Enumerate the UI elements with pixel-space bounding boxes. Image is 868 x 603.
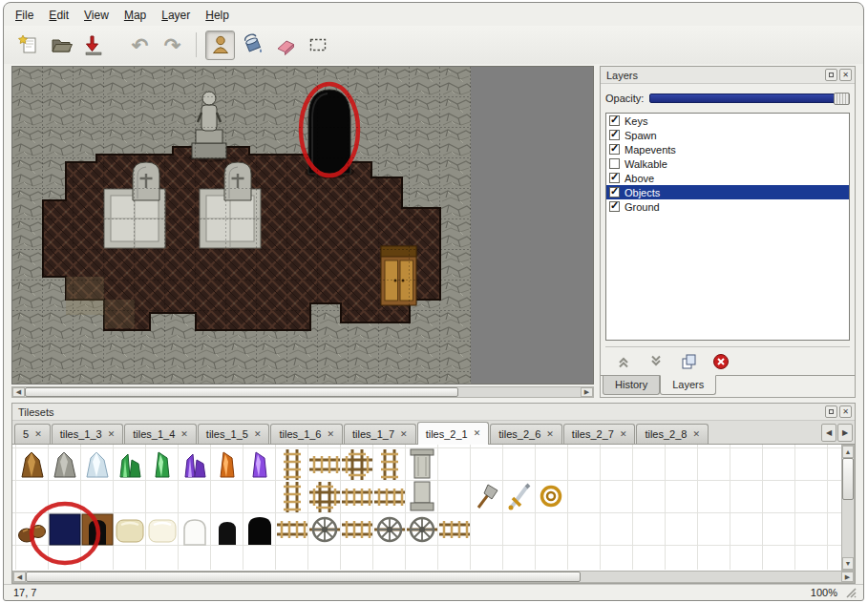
layers-panel: Layers ✕ Opacity: Keys [600, 66, 856, 398]
map-horizontal-scrollbar[interactable]: ◀ ▶ [11, 386, 594, 398]
delete-circle-icon [712, 353, 730, 370]
move-layer-up-button[interactable] [613, 351, 634, 372]
map-canvas[interactable] [12, 67, 593, 384]
scroll-right-icon[interactable]: ▶ [841, 572, 854, 582]
map-hscroll-thumb[interactable] [25, 387, 458, 397]
close-tab-icon[interactable]: ✕ [328, 430, 335, 439]
open-folder-icon [49, 32, 74, 57]
select-tool-button[interactable] [303, 31, 332, 60]
float-panel-icon[interactable] [825, 405, 837, 418]
delete-layer-button[interactable] [710, 351, 731, 372]
tile-column-base[interactable] [411, 482, 434, 510]
save-button[interactable] [78, 31, 108, 60]
layer-label: Keys [625, 115, 647, 127]
stamp-tool-button[interactable] [205, 31, 235, 60]
open-button[interactable] [46, 31, 75, 60]
layer-row-keys[interactable]: Keys [606, 114, 849, 128]
tab-history[interactable]: History [603, 376, 660, 395]
tileset-vscroll-thumb[interactable] [842, 458, 854, 500]
opacity-slider[interactable] [649, 94, 850, 103]
tileset-tab-5[interactable]: tiles_1_7✕ [344, 424, 416, 444]
tile-cream-block[interactable] [116, 520, 143, 542]
tileset-tab-4[interactable]: tiles_1_6✕ [270, 424, 343, 444]
tileset-svg[interactable] [12, 445, 841, 570]
menu-layer[interactable]: Layer [154, 6, 198, 25]
tileset-horizontal-scrollbar[interactable]: ◀ ▶ [12, 571, 855, 583]
close-panel-icon[interactable]: ✕ [839, 69, 852, 81]
scroll-right-icon[interactable]: ▶ [581, 387, 593, 397]
menu-file[interactable]: File [8, 6, 41, 25]
cursor-coordinates: 17, 7 [13, 587, 36, 598]
tile-stone-column[interactable] [411, 449, 434, 478]
opacity-slider-handle[interactable] [834, 93, 850, 105]
tileset-hscroll-thumb[interactable] [26, 572, 581, 582]
close-tab-icon[interactable]: ✕ [180, 430, 188, 439]
scroll-left-icon[interactable]: ◀ [13, 572, 26, 582]
duplicate-layer-button[interactable] [678, 351, 699, 372]
eraser-tool-button[interactable] [270, 31, 300, 60]
move-layer-down-button[interactable] [646, 351, 667, 372]
tile-cave-arch-small[interactable] [219, 522, 236, 545]
tileset-tab-0[interactable]: 5✕ [14, 424, 51, 444]
layer-checkbox[interactable] [609, 158, 620, 169]
tileset-canvas[interactable] [12, 445, 841, 571]
close-tab-icon[interactable]: ✕ [546, 430, 554, 439]
close-tab-icon[interactable]: ✕ [108, 430, 116, 439]
tile-dark-blue-selected[interactable] [50, 514, 80, 545]
tile-cave-arch-large[interactable] [248, 517, 271, 545]
menu-edit[interactable]: Edit [41, 6, 76, 25]
menu-view[interactable]: View [76, 6, 116, 25]
tile-white-arch[interactable] [184, 520, 205, 545]
layer-checkbox[interactable] [609, 130, 620, 140]
menu-help[interactable]: Help [198, 6, 237, 25]
layer-row-spawn[interactable]: Spawn [606, 128, 849, 142]
tileset-tab-bar: 5✕ tiles_1_3✕ tiles_1_4✕ tiles_1_5✕ tile… [12, 421, 855, 445]
close-tab-icon[interactable]: ✕ [474, 429, 481, 438]
layer-row-ground[interactable]: Ground [606, 199, 849, 214]
tileset-tab-1[interactable]: tiles_1_3✕ [52, 424, 124, 444]
scroll-up-icon[interactable]: ▲ [842, 446, 854, 458]
close-tab-icon[interactable]: ✕ [400, 430, 408, 439]
opacity-label: Opacity: [605, 93, 644, 104]
tileset-tab-6[interactable]: tiles_2_1✕ [417, 422, 490, 445]
zoom-level: 100% [811, 587, 837, 598]
new-map-button[interactable] [13, 31, 43, 60]
resize-grip-icon[interactable] [845, 587, 857, 599]
layer-row-above[interactable]: Above [606, 171, 849, 185]
tileset-vertical-scrollbar[interactable]: ▲ ▼ [841, 445, 855, 571]
layer-row-mapevents[interactable]: Mapevents [606, 142, 849, 156]
close-tab-icon[interactable]: ✕ [254, 430, 262, 439]
float-panel-icon[interactable] [825, 69, 837, 81]
layer-checkbox[interactable] [609, 201, 620, 212]
close-panel-icon[interactable]: ✕ [839, 405, 852, 418]
layer-row-objects[interactable]: Objects [606, 185, 849, 199]
scroll-down-icon[interactable]: ▼ [842, 557, 854, 570]
tileset-tab-2[interactable]: tiles_1_4✕ [124, 424, 197, 444]
tileset-tab-3[interactable]: tiles_1_5✕ [198, 424, 270, 444]
tileset-tab-9[interactable]: tiles_2_8✕ [636, 424, 709, 444]
toolbar: ↶ ↷ [4, 26, 863, 64]
layer-row-walkable[interactable]: Walkable [606, 156, 849, 171]
map-view: ◀ ▶ [11, 66, 594, 398]
close-tab-icon[interactable]: ✕ [34, 430, 42, 439]
undo-button[interactable]: ↶ [125, 31, 155, 60]
redo-button[interactable]: ↷ [158, 31, 187, 60]
menu-map[interactable]: Map [116, 6, 154, 25]
redo-icon: ↷ [164, 35, 181, 55]
tab-layers[interactable]: Layers [660, 375, 716, 395]
duplicate-icon [680, 353, 697, 370]
tileset-tab-8[interactable]: tiles_2_7✕ [563, 424, 636, 444]
tile-light-block[interactable] [149, 520, 176, 542]
tileset-tab-7[interactable]: tiles_2_6✕ [490, 424, 562, 444]
layer-checkbox[interactable] [609, 144, 620, 155]
layer-checkbox[interactable] [609, 173, 620, 183]
close-tab-icon[interactable]: ✕ [692, 430, 700, 439]
layer-label: Ground [625, 201, 660, 213]
close-tab-icon[interactable]: ✕ [620, 430, 627, 439]
tab-scroll-right-button[interactable]: ▶ [837, 424, 853, 442]
scroll-left-icon[interactable]: ◀ [12, 387, 25, 397]
layer-checkbox[interactable] [609, 115, 620, 126]
fill-tool-button[interactable] [238, 31, 267, 60]
tab-scroll-left-button[interactable]: ◀ [821, 424, 836, 442]
layer-checkbox[interactable] [609, 187, 620, 198]
